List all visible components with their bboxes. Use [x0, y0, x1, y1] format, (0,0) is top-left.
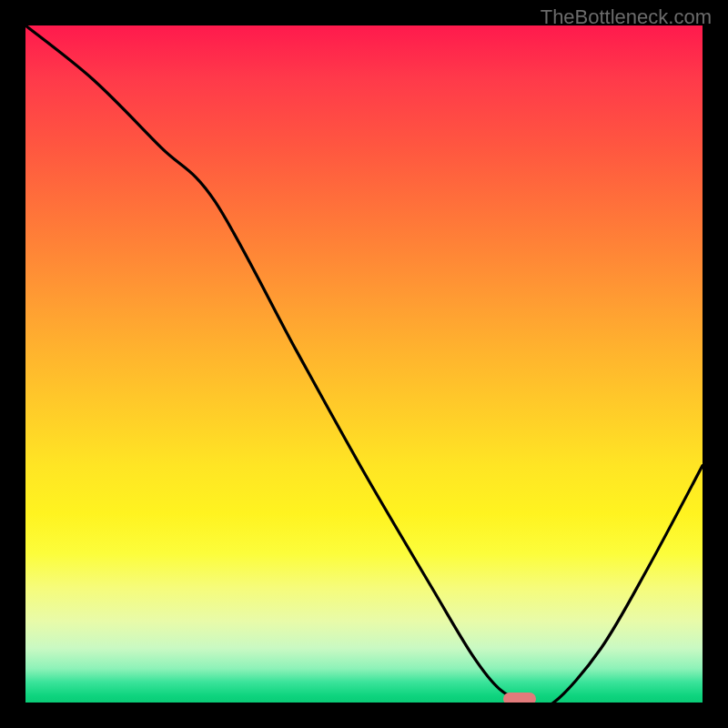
bottleneck-curve [25, 25, 703, 703]
watermark-text: TheBottleneck.com [541, 5, 712, 29]
plot-area [25, 25, 703, 703]
optimal-marker [503, 693, 536, 703]
